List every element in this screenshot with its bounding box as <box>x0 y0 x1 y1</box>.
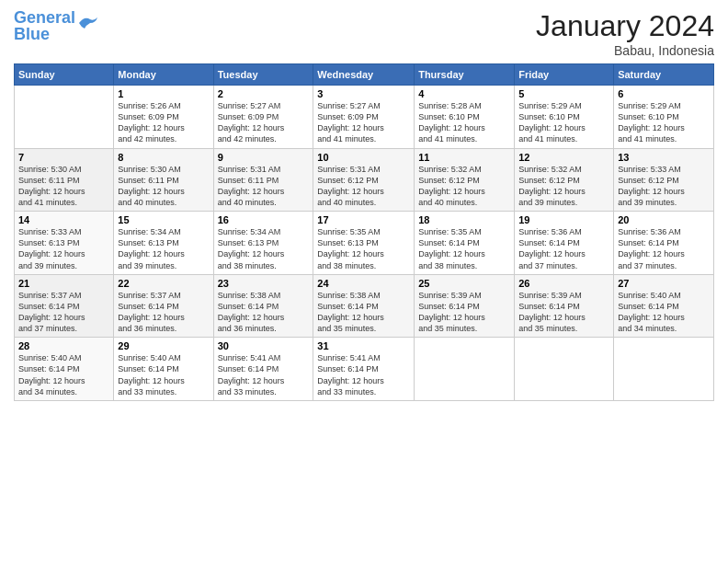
day-info: Sunrise: 5:28 AM Sunset: 6:10 PM Dayligh… <box>418 100 510 145</box>
day-info: Sunrise: 5:40 AM Sunset: 6:14 PM Dayligh… <box>118 352 209 397</box>
day-number: 5 <box>518 88 609 99</box>
day-number: 19 <box>518 214 609 225</box>
day-cell: 12Sunrise: 5:32 AM Sunset: 6:12 PM Dayli… <box>515 148 614 212</box>
day-number: 27 <box>618 278 710 289</box>
main-title: January 2024 <box>536 9 714 43</box>
day-number: 10 <box>317 152 410 163</box>
day-info: Sunrise: 5:32 AM Sunset: 6:12 PM Dayligh… <box>418 164 510 209</box>
day-cell: 21Sunrise: 5:37 AM Sunset: 6:14 PM Dayli… <box>15 274 114 338</box>
title-block: January 2024 Babau, Indonesia <box>536 9 714 58</box>
day-number: 28 <box>18 340 109 351</box>
day-cell: 8Sunrise: 5:30 AM Sunset: 6:11 PM Daylig… <box>114 148 213 212</box>
day-number: 30 <box>218 340 310 351</box>
day-cell: 1Sunrise: 5:26 AM Sunset: 6:09 PM Daylig… <box>114 86 213 149</box>
day-cell: 20Sunrise: 5:36 AM Sunset: 6:14 PM Dayli… <box>614 212 714 275</box>
logo-text: GeneralBlue <box>14 9 75 42</box>
day-info: Sunrise: 5:37 AM Sunset: 6:14 PM Dayligh… <box>18 290 109 335</box>
day-number: 7 <box>18 152 109 163</box>
day-cell: 30Sunrise: 5:41 AM Sunset: 6:14 PM Dayli… <box>213 338 313 401</box>
day-cell: 5Sunrise: 5:29 AM Sunset: 6:10 PM Daylig… <box>515 86 614 149</box>
col-friday: Friday <box>515 64 614 86</box>
day-number: 9 <box>218 152 310 163</box>
day-number: 17 <box>317 214 410 225</box>
day-number: 26 <box>518 278 609 289</box>
day-cell: 14Sunrise: 5:33 AM Sunset: 6:13 PM Dayli… <box>15 212 114 275</box>
day-cell: 18Sunrise: 5:35 AM Sunset: 6:14 PM Dayli… <box>415 212 515 275</box>
day-number: 6 <box>618 88 710 99</box>
page: GeneralBlue January 2024 Babau, Indonesi… <box>0 0 728 563</box>
day-cell <box>515 338 614 401</box>
day-cell: 7Sunrise: 5:30 AM Sunset: 6:11 PM Daylig… <box>15 148 114 212</box>
day-cell: 31Sunrise: 5:41 AM Sunset: 6:14 PM Dayli… <box>313 338 415 401</box>
day-number: 8 <box>118 152 209 163</box>
day-number: 11 <box>418 152 510 163</box>
day-info: Sunrise: 5:36 AM Sunset: 6:14 PM Dayligh… <box>518 226 609 271</box>
day-number: 31 <box>317 340 410 351</box>
day-info: Sunrise: 5:41 AM Sunset: 6:14 PM Dayligh… <box>218 352 310 397</box>
day-info: Sunrise: 5:35 AM Sunset: 6:13 PM Dayligh… <box>317 226 410 271</box>
day-info: Sunrise: 5:27 AM Sunset: 6:09 PM Dayligh… <box>317 100 410 145</box>
col-sunday: Sunday <box>15 64 114 86</box>
week-row-4: 21Sunrise: 5:37 AM Sunset: 6:14 PM Dayli… <box>15 274 714 338</box>
day-info: Sunrise: 5:34 AM Sunset: 6:13 PM Dayligh… <box>118 226 209 271</box>
day-number: 29 <box>118 340 209 351</box>
day-info: Sunrise: 5:39 AM Sunset: 6:14 PM Dayligh… <box>418 290 510 335</box>
day-cell: 4Sunrise: 5:28 AM Sunset: 6:10 PM Daylig… <box>415 86 515 149</box>
day-info: Sunrise: 5:31 AM Sunset: 6:12 PM Dayligh… <box>317 164 410 209</box>
day-cell: 16Sunrise: 5:34 AM Sunset: 6:13 PM Dayli… <box>213 212 313 275</box>
day-info: Sunrise: 5:38 AM Sunset: 6:14 PM Dayligh… <box>317 290 410 335</box>
day-cell: 3Sunrise: 5:27 AM Sunset: 6:09 PM Daylig… <box>313 86 415 149</box>
day-info: Sunrise: 5:36 AM Sunset: 6:14 PM Dayligh… <box>618 226 710 271</box>
day-info: Sunrise: 5:27 AM Sunset: 6:09 PM Dayligh… <box>218 100 310 145</box>
day-cell: 28Sunrise: 5:40 AM Sunset: 6:14 PM Dayli… <box>15 338 114 401</box>
day-number: 24 <box>317 278 410 289</box>
day-number: 12 <box>518 152 609 163</box>
day-number: 1 <box>118 88 209 99</box>
day-info: Sunrise: 5:37 AM Sunset: 6:14 PM Dayligh… <box>118 290 209 335</box>
day-number: 2 <box>218 88 310 99</box>
day-number: 22 <box>118 278 209 289</box>
day-cell: 2Sunrise: 5:27 AM Sunset: 6:09 PM Daylig… <box>213 86 313 149</box>
day-cell: 29Sunrise: 5:40 AM Sunset: 6:14 PM Dayli… <box>114 338 213 401</box>
day-info: Sunrise: 5:31 AM Sunset: 6:11 PM Dayligh… <box>218 164 310 209</box>
day-number: 16 <box>218 214 310 225</box>
day-info: Sunrise: 5:33 AM Sunset: 6:12 PM Dayligh… <box>618 164 710 209</box>
day-number: 15 <box>118 214 209 225</box>
day-info: Sunrise: 5:39 AM Sunset: 6:14 PM Dayligh… <box>518 290 609 335</box>
week-row-2: 7Sunrise: 5:30 AM Sunset: 6:11 PM Daylig… <box>15 148 714 212</box>
day-cell <box>614 338 714 401</box>
day-cell: 22Sunrise: 5:37 AM Sunset: 6:14 PM Dayli… <box>114 274 213 338</box>
day-cell: 25Sunrise: 5:39 AM Sunset: 6:14 PM Dayli… <box>415 274 515 338</box>
day-info: Sunrise: 5:40 AM Sunset: 6:14 PM Dayligh… <box>618 290 710 335</box>
day-number: 3 <box>317 88 410 99</box>
day-cell: 11Sunrise: 5:32 AM Sunset: 6:12 PM Dayli… <box>415 148 515 212</box>
day-info: Sunrise: 5:29 AM Sunset: 6:10 PM Dayligh… <box>618 100 710 145</box>
day-number: 18 <box>418 214 510 225</box>
day-number: 4 <box>418 88 510 99</box>
col-tuesday: Tuesday <box>213 64 313 86</box>
day-info: Sunrise: 5:35 AM Sunset: 6:14 PM Dayligh… <box>418 226 510 271</box>
day-info: Sunrise: 5:30 AM Sunset: 6:11 PM Dayligh… <box>18 164 109 209</box>
header: GeneralBlue January 2024 Babau, Indonesi… <box>14 9 714 58</box>
day-cell: 19Sunrise: 5:36 AM Sunset: 6:14 PM Dayli… <box>515 212 614 275</box>
calendar-table: Sunday Monday Tuesday Wednesday Thursday… <box>14 63 714 401</box>
col-monday: Monday <box>114 64 213 86</box>
day-number: 13 <box>618 152 710 163</box>
col-thursday: Thursday <box>415 64 515 86</box>
day-cell: 15Sunrise: 5:34 AM Sunset: 6:13 PM Dayli… <box>114 212 213 275</box>
day-cell: 9Sunrise: 5:31 AM Sunset: 6:11 PM Daylig… <box>213 148 313 212</box>
col-saturday: Saturday <box>614 64 714 86</box>
day-cell: 17Sunrise: 5:35 AM Sunset: 6:13 PM Dayli… <box>313 212 415 275</box>
day-info: Sunrise: 5:33 AM Sunset: 6:13 PM Dayligh… <box>18 226 109 271</box>
day-cell: 27Sunrise: 5:40 AM Sunset: 6:14 PM Dayli… <box>614 274 714 338</box>
day-cell: 6Sunrise: 5:29 AM Sunset: 6:10 PM Daylig… <box>614 86 714 149</box>
col-wednesday: Wednesday <box>313 64 415 86</box>
day-info: Sunrise: 5:41 AM Sunset: 6:14 PM Dayligh… <box>317 352 410 397</box>
day-info: Sunrise: 5:40 AM Sunset: 6:14 PM Dayligh… <box>18 352 109 397</box>
day-info: Sunrise: 5:38 AM Sunset: 6:14 PM Dayligh… <box>218 290 310 335</box>
logo-bird-icon <box>77 14 97 30</box>
day-cell: 10Sunrise: 5:31 AM Sunset: 6:12 PM Dayli… <box>313 148 415 212</box>
day-info: Sunrise: 5:32 AM Sunset: 6:12 PM Dayligh… <box>518 164 609 209</box>
day-info: Sunrise: 5:34 AM Sunset: 6:13 PM Dayligh… <box>218 226 310 271</box>
day-cell <box>415 338 515 401</box>
